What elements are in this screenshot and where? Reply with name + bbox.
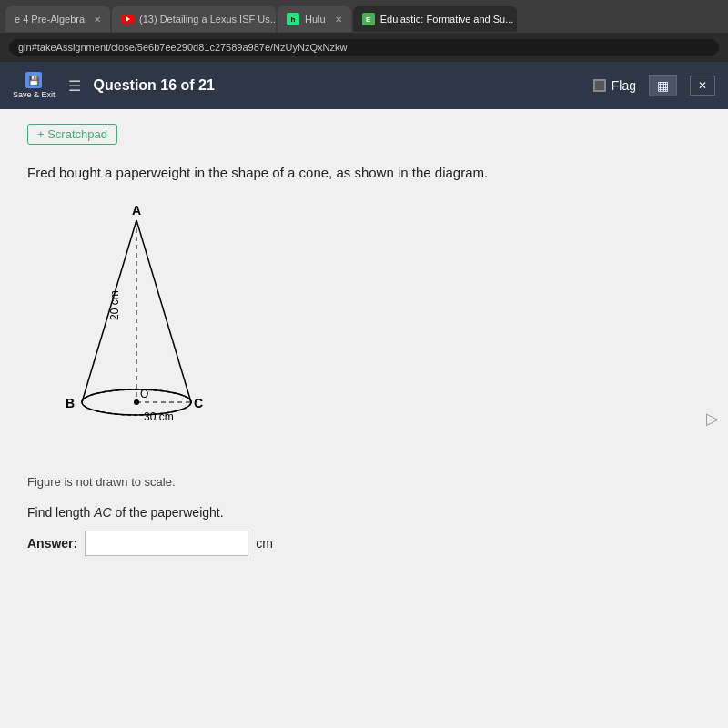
base-label: 30 cm (144, 410, 174, 423)
cone-diagram: A B C O 20 cm 30 cm (46, 202, 228, 457)
tab-label: e 4 Pre-Algebra (15, 14, 85, 25)
app-toolbar: 💾 Save & Exit ☰ Question 16 of 21 Flag ▦… (0, 62, 728, 109)
calculator-icon: ▦ (657, 78, 669, 93)
next-arrow-icon[interactable]: ▷ (706, 409, 719, 429)
diagram-container: A B C O 20 cm 30 cm (46, 202, 701, 457)
answer-label: Answer: (27, 536, 77, 551)
tab-label: (13) Detailing a Lexus ISF Us... (139, 14, 276, 25)
find-length-text: Find length AC of the paperweight. (27, 505, 701, 520)
save-exit-label: Save & Exit (13, 90, 56, 99)
floppy-icon: 💾 (25, 72, 42, 88)
calculator-button[interactable]: ▦ (649, 75, 677, 96)
tab-youtube[interactable]: (13) Detailing a Lexus ISF Us... ✕ (112, 6, 276, 32)
hulu-icon: h (287, 13, 299, 25)
tab-label: Edulastic: Formative and Su... (380, 14, 514, 25)
flag-label: Flag (612, 78, 636, 93)
question-text: Fred bought a paperweight in the shape o… (27, 163, 701, 184)
label-a: A (132, 203, 141, 217)
label-b: B (66, 396, 75, 410)
youtube-icon (121, 15, 134, 24)
flag-area: Flag (593, 78, 636, 93)
scratchpad-button[interactable]: + Scratchpad (27, 124, 117, 145)
question-title: Question 16 of 21 (94, 77, 581, 94)
label-o: O (140, 388, 148, 400)
tab-close-icon[interactable]: ✕ (94, 15, 101, 25)
tab-close-icon[interactable]: ✕ (335, 15, 342, 25)
save-exit-button[interactable]: 💾 Save & Exit (13, 72, 56, 99)
tab-hulu[interactable]: h Hulu ✕ (278, 6, 351, 32)
tab-bar: e 4 Pre-Algebra ✕ (13) Detailing a Lexus… (0, 0, 728, 33)
tab-prealgebra[interactable]: e 4 Pre-Algebra ✕ (5, 6, 110, 32)
scratchpad-label: + Scratchpad (37, 127, 107, 141)
address-bar (0, 33, 728, 62)
figure-note: Figure is not drawn to scale. (27, 475, 701, 489)
label-c: C (194, 396, 203, 410)
edulastic-icon: E (362, 13, 375, 25)
answer-row: Answer: cm (27, 531, 701, 556)
tab-edulastic[interactable]: E Edulastic: Formative and Su... ✕ (353, 6, 517, 32)
tab-label: Hulu (305, 14, 326, 25)
close-icon: ✕ (698, 79, 707, 92)
address-input[interactable] (9, 39, 719, 56)
browser-chrome: e 4 Pre-Algebra ✕ (13) Detailing a Lexus… (0, 0, 728, 62)
main-content: + Scratchpad Fred bought a paperweight i… (0, 109, 728, 728)
answer-input[interactable] (85, 531, 248, 556)
close-button[interactable]: ✕ (690, 76, 715, 96)
height-label: 20 cm (108, 290, 121, 320)
unit-label: cm (256, 536, 273, 551)
flag-checkbox[interactable] (593, 79, 606, 92)
hamburger-icon[interactable]: ☰ (68, 77, 81, 95)
svg-line-1 (136, 220, 191, 402)
